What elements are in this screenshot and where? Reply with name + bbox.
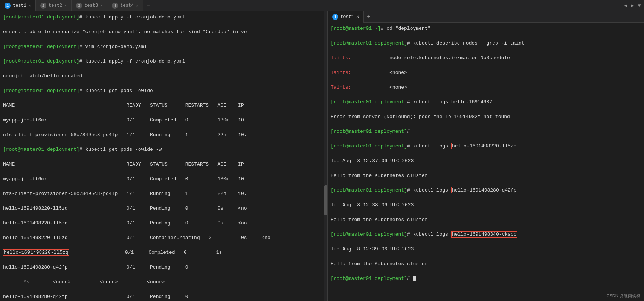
right-tab-1-test1[interactable]: 1 test1 ✕ [328, 11, 364, 23]
left-line-19: 0s <none> <none> <none> [3, 278, 324, 286]
right-line-4: Taints: <none> [331, 69, 641, 77]
right-line-9: [root@master01 deployment]# kubectl logs… [331, 143, 641, 150]
left-line-3: [root@master01 deployment]# vim cronjob-… [3, 43, 324, 51]
tab-nav: ◀ ▶ ▼ [621, 2, 644, 9]
left-line-11: NAME READY STATUS RESTARTS AGE IP [3, 161, 324, 168]
highlight-log-vkscc: hello-1691498340-vkscc [451, 231, 517, 238]
right-line-6: [root@master01 deployment]# kubectl logs… [331, 98, 641, 106]
tab-1-test1-left[interactable]: 1 test1 ✕ [0, 0, 36, 11]
right-pane-tab-bar: 1 test1 ✕ + [328, 11, 644, 23]
right-line-11: Hello from the Kubernetes cluster [331, 172, 641, 180]
left-line-1: [root@master01 deployment]# kubectl appl… [3, 14, 324, 21]
right-terminal[interactable]: [root@master01 ~]# cd "deployment" [root… [328, 23, 644, 301]
left-scrollbar-thumb[interactable] [324, 185, 327, 215]
right-line-17: Hello from the Kubernetes cluster [331, 260, 641, 268]
left-line-15: hello-1691498220-ll5zq 0/1 Pending 0 0s … [3, 220, 324, 227]
tab-4-label: test4 [120, 3, 134, 8]
left-line-13: nfs-client-provisioner-58c78495c8-pq4lp … [3, 190, 324, 198]
right-line-18: [root@master01 deployment]# [331, 275, 641, 283]
right-line-8: [root@master01 deployment]# [331, 128, 641, 135]
right-line-3: Taints: node-role.kubernetes.io/master:N… [331, 54, 641, 62]
left-line-16: hello-1691498220-ll5zq 0/1 ContainerCrea… [3, 234, 324, 242]
left-line-20: hello-1691498280-q42fp 0/1 Pending 0 [3, 293, 324, 301]
right-line-10: Tue Aug 8 12:37:06 UTC 2023 [331, 157, 641, 165]
left-pane: [root@master01 deployment]# kubectl appl… [0, 11, 328, 301]
tab-num-4: 4 [112, 3, 118, 9]
right-line-5: Taints: <none> [331, 84, 641, 91]
left-line-5: cronjob.batch/hello created [3, 72, 324, 80]
right-line-14: Hello from the Kubernetes cluster [331, 216, 641, 224]
left-line-8: myapp-job-ft6mr 0/1 Completed 0 130m 10. [3, 117, 324, 124]
left-line-10: [root@master01 deployment]# kubectl get … [3, 146, 324, 154]
tab-nav-prev[interactable]: ◀ [623, 2, 629, 9]
right-line-15: [root@master01 deployment]# kubectl logs… [331, 231, 641, 238]
highlight-log-ll5zq: hello-1691498220-ll5zq [451, 143, 517, 149]
right-line-13: Tue Aug 8 12:38:06 UTC 2023 [331, 201, 641, 209]
left-line-12: myapp-job-ft6mr 0/1 Completed 0 130m 10. [3, 175, 324, 183]
tab-2-test2[interactable]: 2 test2 ✕ [36, 0, 72, 11]
tab-4-test4[interactable]: 4 test4 ✕ [107, 0, 143, 11]
right-line-12: [root@master01 deployment]# kubectl logs… [331, 187, 641, 194]
left-line-2: error: unable to recognize "cronjob-demo… [3, 28, 324, 36]
left-line-7: NAME READY STATUS RESTARTS AGE IP [3, 102, 324, 109]
left-scrollbar-track[interactable] [324, 11, 327, 301]
right-line-1: [root@master01 ~]# cd "deployment" [331, 25, 641, 32]
watermark: CSDN @淮南橘枳 [607, 293, 640, 299]
left-line-9: nfs-client-provisioner-58c78495c8-pq4lp … [3, 131, 324, 139]
right-tab-1-label: test1 [340, 14, 354, 20]
left-line-4: [root@master01 deployment]# kubectl appl… [3, 58, 324, 65]
main-content: [root@master01 deployment]# kubectl appl… [0, 11, 644, 301]
tab-add-button[interactable]: + [143, 0, 153, 11]
left-line-17: hello-1691498220-ll5zq 0/1 Completed 0 1… [3, 249, 324, 256]
left-line-6: [root@master01 deployment]# kubectl get … [3, 87, 324, 95]
tab-3-label: test3 [84, 3, 98, 8]
tab-2-close[interactable]: ✕ [64, 3, 67, 8]
tab-2-label: test2 [49, 3, 62, 8]
tab-nav-dropdown[interactable]: ▼ [636, 2, 642, 9]
right-tab-num-1: 1 [332, 14, 338, 20]
left-terminal[interactable]: [root@master01 deployment]# kubectl appl… [0, 11, 327, 301]
left-line-18: hello-1691498280-q42fp 0/1 Pending 0 [3, 264, 324, 271]
tab-nav-next[interactable]: ▶ [629, 2, 635, 9]
right-line-2: [root@master01 deployment]# kubectl desc… [331, 40, 641, 47]
right-tab-1-close[interactable]: ✕ [356, 14, 359, 20]
tab-1-label: test1 [13, 3, 26, 8]
tab-4-close[interactable]: ✕ [136, 3, 138, 8]
highlight-log-q42fp: hello-1691498280-q42fp [451, 187, 517, 194]
tab-3-close[interactable]: ✕ [100, 3, 102, 8]
tab-num-2: 2 [40, 3, 46, 9]
left-line-14: hello-1691498220-ll5zq 0/1 Pending 0 0s … [3, 205, 324, 212]
tab-num-3: 3 [76, 3, 82, 9]
tab-1-close[interactable]: ✕ [29, 3, 31, 8]
highlight-pod-ll5zq: hello-1691498220-ll5zq [3, 249, 69, 256]
tab-num-1: 1 [5, 3, 11, 9]
right-pane: 1 test1 ✕ + [root@master01 ~]# cd "deplo… [328, 11, 644, 301]
tab-3-test3[interactable]: 3 test3 ✕ [72, 0, 107, 11]
right-tab-add[interactable]: + [364, 11, 374, 23]
right-line-7: Error from server (NotFound): pods "hell… [331, 113, 641, 121]
top-tab-bar: 1 test1 ✕ 2 test2 ✕ 3 test3 ✕ 4 test4 ✕ … [0, 0, 644, 11]
right-line-16: Tue Aug 8 12:39:06 UTC 2023 [331, 246, 641, 253]
